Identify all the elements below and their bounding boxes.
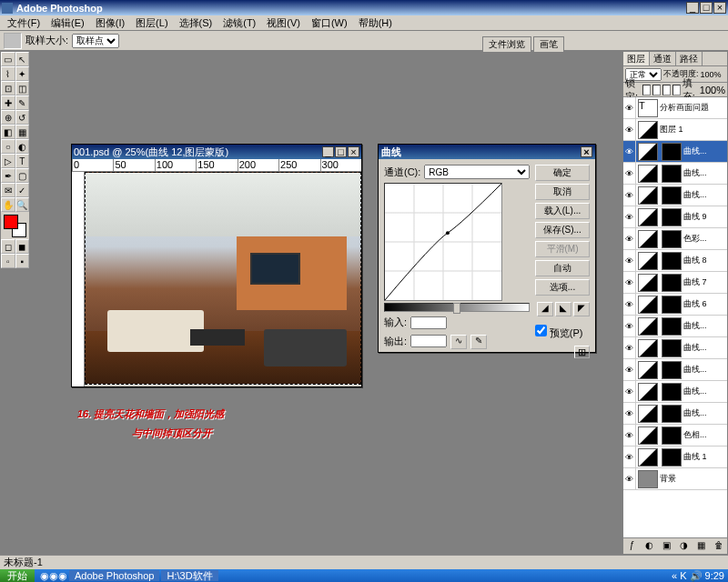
- visibility-icon[interactable]: 👁: [623, 316, 636, 336]
- layer-row[interactable]: 👁背景: [623, 468, 727, 490]
- lock-all-icon[interactable]: [672, 85, 681, 95]
- layer-row[interactable]: 👁曲线 8: [623, 250, 727, 272]
- visibility-icon[interactable]: 👁: [623, 337, 636, 358]
- ramp-handle[interactable]: [453, 303, 460, 314]
- tab-file-browser[interactable]: 文件浏览: [482, 36, 531, 52]
- auto-button[interactable]: 自动: [535, 260, 590, 276]
- doc-max-button[interactable]: □: [335, 146, 347, 157]
- output-field[interactable]: [410, 335, 447, 347]
- gradient-ramp[interactable]: [384, 303, 530, 312]
- eyedropper-tool[interactable]: ✓: [15, 183, 30, 197]
- doc-close-button[interactable]: ×: [348, 146, 359, 157]
- pencil-tool-icon[interactable]: ✎: [470, 335, 487, 349]
- visibility-icon[interactable]: 👁: [623, 447, 636, 467]
- visibility-icon[interactable]: 👁: [623, 359, 636, 380]
- fill-value[interactable]: 100%: [700, 85, 725, 95]
- layer-row[interactable]: 👁曲线...: [623, 185, 727, 206]
- layer-row[interactable]: 👁色彩...: [623, 228, 727, 250]
- doc-min-button[interactable]: _: [322, 146, 334, 157]
- quicklaunch-icon[interactable]: ◉: [49, 570, 58, 582]
- visibility-icon[interactable]: 👁: [623, 272, 636, 293]
- layer-row[interactable]: 👁曲线...: [623, 316, 727, 337]
- opacity-value[interactable]: 100%: [701, 70, 722, 79]
- close-button[interactable]: ×: [713, 2, 726, 14]
- type-tool[interactable]: T: [15, 154, 30, 168]
- visibility-icon[interactable]: 👁: [623, 119, 636, 140]
- adjustment-icon[interactable]: ◑: [678, 540, 691, 553]
- menu-filter[interactable]: 滤镜(T): [217, 15, 261, 30]
- curves-graph[interactable]: [384, 183, 502, 301]
- layer-row[interactable]: 👁曲线 7: [623, 272, 727, 294]
- curves-titlebar[interactable]: 曲线 ×: [379, 145, 595, 159]
- curve-tool-icon[interactable]: ∿: [450, 335, 467, 349]
- tab-layers[interactable]: 图层: [623, 52, 650, 65]
- load-button[interactable]: 载入(L)...: [535, 203, 590, 219]
- layer-row[interactable]: 👁图层 1: [623, 119, 727, 141]
- move-tool[interactable]: ↖: [15, 52, 30, 66]
- history-brush-tool[interactable]: ↺: [15, 110, 30, 125]
- black-eyedropper-icon[interactable]: ◢: [537, 302, 553, 316]
- current-tool-icon[interactable]: [4, 33, 22, 49]
- pen-tool[interactable]: ✒: [1, 168, 15, 183]
- layer-row[interactable]: 👁曲线 1: [623, 447, 727, 468]
- layer-row[interactable]: 👁曲线...: [623, 403, 727, 425]
- blur-tool[interactable]: ○: [1, 139, 15, 154]
- tab-paths[interactable]: 路径: [676, 52, 703, 65]
- quicklaunch-icon[interactable]: ◉: [58, 570, 67, 582]
- fg-color[interactable]: [4, 215, 18, 229]
- lock-trans-icon[interactable]: [642, 85, 651, 95]
- zoom-tool[interactable]: 🔍: [15, 197, 30, 212]
- layer-row[interactable]: 👁曲线 6: [623, 294, 727, 316]
- preview-checkbox[interactable]: 预览(P): [535, 325, 590, 340]
- menu-help[interactable]: 帮助(H): [353, 15, 398, 30]
- visibility-icon[interactable]: 👁: [623, 381, 636, 402]
- heal-tool[interactable]: ✚: [1, 95, 15, 110]
- layer-row[interactable]: 👁T分析画面问题: [623, 97, 727, 119]
- trash-icon[interactable]: 🗑: [713, 540, 725, 553]
- layer-row[interactable]: 👁曲线...: [623, 163, 727, 185]
- visibility-icon[interactable]: 👁: [623, 250, 636, 271]
- layer-row[interactable]: 👁曲线...: [623, 381, 727, 403]
- screen-std[interactable]: ▫: [1, 254, 15, 268]
- eraser-tool[interactable]: ◧: [1, 125, 15, 139]
- smooth-button[interactable]: 平滑(M): [535, 241, 590, 257]
- mask-icon[interactable]: ◐: [643, 540, 656, 553]
- save-button[interactable]: 保存(S)...: [535, 222, 590, 238]
- menu-edit[interactable]: 编辑(E): [46, 15, 90, 30]
- lock-pos-icon[interactable]: [662, 85, 671, 95]
- quickmask-off[interactable]: ◻: [1, 239, 15, 254]
- options-button[interactable]: 选项...: [535, 279, 590, 296]
- color-swatch[interactable]: [1, 212, 29, 239]
- visibility-icon[interactable]: 👁: [623, 185, 636, 206]
- doc-titlebar[interactable]: 001.psd @ 25%(曲线 12,图层蒙版) _□×: [72, 145, 361, 159]
- visibility-icon[interactable]: 👁: [623, 206, 636, 227]
- marquee-tool[interactable]: ▭: [1, 52, 15, 66]
- brush-tool[interactable]: ✎: [15, 95, 30, 110]
- gradient-tool[interactable]: ▦: [15, 125, 30, 139]
- visibility-icon[interactable]: 👁: [623, 468, 636, 489]
- gray-eyedropper-icon[interactable]: ◣: [555, 302, 571, 316]
- layer-row[interactable]: 👁曲线...: [623, 359, 727, 381]
- wand-tool[interactable]: ✦: [15, 66, 30, 81]
- maximize-button[interactable]: □: [700, 2, 713, 14]
- visibility-icon[interactable]: 👁: [623, 425, 636, 446]
- menu-layer[interactable]: 图层(L): [130, 15, 173, 30]
- layer-list[interactable]: 👁T分析画面问题👁图层 1👁曲线...👁曲线...👁曲线...👁曲线 9👁色彩.…: [623, 97, 727, 537]
- channel-select[interactable]: RGB: [424, 165, 530, 179]
- visibility-icon[interactable]: 👁: [623, 294, 636, 315]
- lock-pixels-icon[interactable]: [652, 85, 661, 95]
- visibility-icon[interactable]: 👁: [623, 163, 636, 184]
- new-layer-icon[interactable]: ▦: [695, 540, 708, 553]
- crop-tool[interactable]: ⊡: [1, 81, 15, 95]
- screen-full[interactable]: ▪: [15, 254, 30, 268]
- hand-tool[interactable]: ✋: [1, 197, 15, 212]
- visibility-icon[interactable]: 👁: [623, 403, 636, 424]
- sample-size-select[interactable]: 取样点: [72, 34, 119, 48]
- path-tool[interactable]: ▷: [1, 154, 15, 168]
- menu-file[interactable]: 文件(F): [2, 15, 46, 30]
- menu-view[interactable]: 视图(V): [261, 15, 306, 30]
- layer-row[interactable]: 👁曲线...: [623, 337, 727, 359]
- fx-icon[interactable]: ƒ: [626, 540, 639, 553]
- canvas[interactable]: [85, 172, 361, 385]
- layer-row[interactable]: 👁曲线...: [623, 141, 727, 163]
